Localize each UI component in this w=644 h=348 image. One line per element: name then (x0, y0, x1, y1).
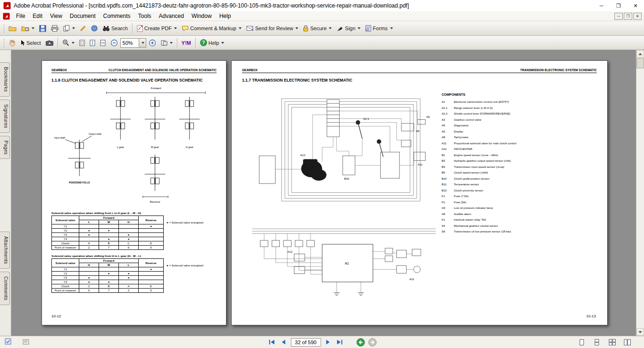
table-row: Y4 ● ● (52, 280, 164, 284)
close-button[interactable]: ✕ (627, 0, 644, 11)
camera-icon (46, 40, 53, 46)
file-toolbar: Search Create PDF Comment & Markup Send … (0, 21, 644, 36)
column-header: Forward (79, 259, 139, 263)
minimize-button[interactable]: ─ (593, 0, 610, 11)
down-arrow-icon (638, 331, 642, 333)
facing-view-button[interactable] (621, 338, 633, 347)
fit-width-button[interactable] (98, 37, 108, 49)
svg-text:A11: A11 (418, 163, 423, 166)
sign-button[interactable]: Sign (334, 23, 363, 34)
search-button[interactable]: Search (100, 23, 130, 34)
save-button[interactable] (37, 23, 49, 34)
dropdown-arrow-icon (239, 27, 242, 29)
select-label: Select (26, 40, 41, 46)
zoom-out-button[interactable] (108, 37, 120, 49)
svg-text:A8: A8 (416, 130, 419, 133)
next-page-button[interactable] (323, 338, 333, 347)
continuous-facing-view-button[interactable] (606, 338, 618, 347)
send-for-review-button[interactable]: Send for Review (244, 23, 301, 34)
running-header: GEARBOX CLUTCH ENGAGEMENT AND SOLENOID V… (51, 68, 217, 73)
first-page-button[interactable] (267, 338, 276, 347)
fit-page-button[interactable] (87, 37, 98, 49)
hand-tool-button[interactable] (6, 37, 18, 49)
svg-text:A5: A5 (426, 116, 430, 118)
header-right: TRANSMISSION ELECTRONIC SYSTEM SCHEMATIC (520, 68, 597, 72)
sidebar-tab[interactable]: Signatures (0, 99, 10, 133)
up-arrow-icon (638, 53, 642, 55)
sidebar-tab[interactable]: Comments (0, 272, 10, 305)
component-item: A8 Tachymeter (442, 134, 600, 141)
last-page-icon (337, 340, 343, 345)
open-button[interactable] (6, 23, 19, 34)
sidebar-tab[interactable]: Bookmarks (0, 62, 10, 97)
document-pane[interactable]: GEARBOX CLUTCH ENGAGEMENT AND SOLENOID V… (11, 50, 644, 336)
scrollbar-thumb[interactable] (636, 58, 644, 68)
single-page-view-button[interactable] (576, 338, 587, 347)
menu-item[interactable]: File (12, 12, 29, 20)
actual-size-button[interactable] (77, 37, 87, 49)
maximize-button[interactable]: ❐ (610, 0, 627, 11)
create-pdf-button[interactable]: Create PDF (134, 23, 179, 34)
continuous-view-button[interactable] (591, 338, 602, 347)
vertical-scrollbar[interactable] (636, 50, 644, 336)
svg-text:Reverse: Reverse (150, 200, 160, 203)
previous-page-button[interactable] (279, 338, 288, 347)
attach-button[interactable] (77, 23, 89, 34)
scroll-down-button[interactable] (636, 328, 644, 336)
menu-item[interactable]: Tools (134, 12, 155, 20)
copy-pages-button[interactable] (61, 23, 77, 34)
toolbar-grip[interactable] (3, 38, 5, 48)
zoom-dropdown-button[interactable] (139, 39, 146, 47)
column-header: Solenoid valve (52, 216, 79, 224)
zoom-input[interactable] (121, 39, 139, 47)
organizer-button[interactable] (19, 23, 37, 34)
window-title: Adobe Acrobat Professional - [scribd.vpd… (14, 2, 409, 9)
sub-header: M (99, 263, 119, 267)
last-page-button[interactable] (335, 338, 344, 347)
pdf-page-right[interactable]: GEARBOX TRANSMISSION ELECTRONIC SYSTEM S… (231, 60, 608, 325)
table-row: Y3 ● ● (52, 233, 164, 237)
menu-item[interactable]: Comments (100, 12, 134, 20)
menu-item[interactable]: Document (66, 12, 100, 20)
header-left: GEARBOX (51, 68, 67, 72)
menu-item[interactable]: Help (216, 12, 235, 20)
print-button[interactable] (49, 23, 61, 34)
page-display-button[interactable] (159, 37, 175, 49)
help-label: Help (209, 40, 219, 46)
document-status-button[interactable] (5, 338, 11, 347)
scroll-up-button[interactable] (636, 50, 644, 58)
pdf-page-left[interactable]: GEARBOX CLUTCH ENGAGEMENT AND SOLENOID V… (42, 60, 226, 325)
zoom-in-button[interactable] (146, 37, 159, 49)
menu-item[interactable]: Edit (29, 12, 46, 20)
zoom-tool-button[interactable] (60, 37, 77, 49)
help-button[interactable]: ? Help (198, 37, 227, 49)
doc-close-button[interactable]: ✕ (633, 13, 642, 20)
menu-item[interactable]: Advanced (155, 12, 188, 20)
snapshot-button[interactable] (43, 37, 56, 49)
component-item: B10 Clutch pedal position sensor (442, 176, 600, 182)
doc-restore-button[interactable]: ❐ (624, 13, 632, 20)
sidebar-tab[interactable]: Attachments (0, 232, 10, 269)
previous-view-button[interactable] (356, 338, 365, 347)
page-navigation (267, 336, 377, 348)
yahoo-messenger-button[interactable]: Y!M (179, 37, 193, 49)
statusbar-options-icon (23, 339, 29, 345)
doc-minimize-button[interactable]: ─ (614, 13, 623, 20)
comment-markup-button[interactable]: Comment & Markup (179, 23, 244, 34)
menu-item[interactable]: Window (188, 12, 216, 20)
menu-bar: File Edit View Document Comments Tools A… (0, 11, 644, 21)
forms-button[interactable]: Forms (363, 23, 395, 34)
select-tool-button[interactable]: Select (18, 37, 43, 49)
secure-button[interactable]: Secure (301, 23, 334, 34)
component-item: K1 Interlock starter relay 70A (442, 217, 600, 223)
form-icon (365, 25, 371, 32)
toolbar-separator (58, 38, 58, 48)
statusbar-options-button[interactable] (23, 338, 29, 347)
email-button[interactable] (89, 23, 100, 34)
sidebar-tab[interactable]: Pages (0, 136, 10, 159)
next-view-button[interactable] (368, 338, 377, 347)
table-row: Clutch C B A D (52, 284, 164, 289)
menu-item[interactable]: View (46, 12, 66, 20)
toolbar-grip[interactable] (3, 24, 5, 33)
page-indicator-input[interactable] (291, 338, 321, 347)
